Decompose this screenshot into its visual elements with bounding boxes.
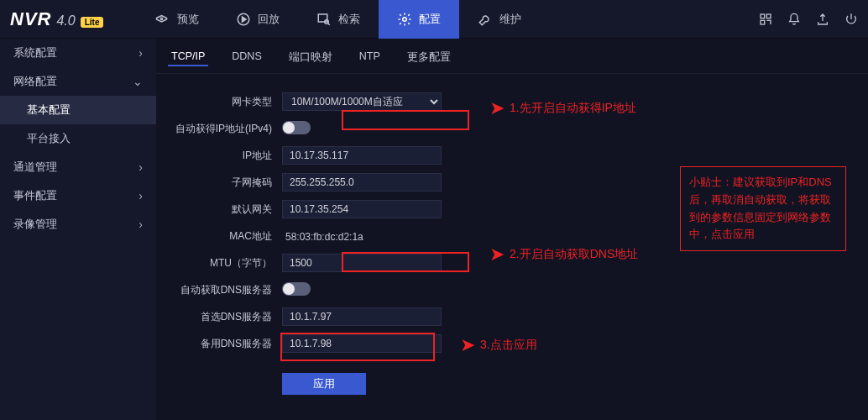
logo-badge: Lite [81, 17, 104, 28]
dns2-label: 备用DNS服务器 [165, 337, 282, 351]
annotation-step2: ➤ 2.开启自动获取DNS地址 [489, 244, 638, 265]
subtab-portmap[interactable]: 端口映射 [285, 49, 336, 66]
play-icon [236, 12, 251, 27]
sidebar-label: 网络配置 [13, 75, 57, 89]
mac-value: 58:03:fb:dc:d2:1a [282, 231, 363, 243]
subtab-ntp[interactable]: NTP [356, 49, 384, 66]
sidebar-sub-label: 基本配置 [27, 103, 71, 118]
ip-input[interactable] [282, 146, 442, 165]
chevron-right-icon: › [139, 189, 143, 202]
sidebar-sub-platform[interactable]: 平台接入 [0, 124, 156, 153]
dns2-input[interactable] [282, 334, 442, 353]
nav-label: 检索 [338, 12, 360, 27]
subtab-ddns[interactable]: DDNS [228, 49, 264, 66]
bell-icon[interactable] [787, 13, 801, 26]
nav-maintain[interactable]: 维护 [459, 0, 540, 39]
arrow-icon: ➤ [489, 97, 505, 119]
annotation-step1: ➤ 1.先开启自动获得IP地址 [489, 97, 636, 119]
ip-label: IP地址 [165, 149, 282, 163]
arrow-icon: ➤ [489, 244, 505, 265]
sidebar-item-system[interactable]: 系统配置 › [0, 39, 156, 67]
mask-label: 子网掩码 [165, 176, 282, 190]
nav-playback[interactable]: 回放 [217, 0, 298, 39]
nav-label: 回放 [258, 12, 280, 27]
svg-rect-6 [766, 14, 771, 18]
nav-label: 配置 [419, 12, 441, 27]
dhcp-dns-toggle[interactable] [282, 282, 311, 296]
nav-label: 预览 [177, 12, 199, 27]
sidebar-sub-basic[interactable]: 基本配置 [0, 96, 156, 124]
dhcp-ipv4-toggle[interactable] [282, 121, 311, 134]
logo-text: NVR [10, 8, 51, 30]
mtu-input[interactable] [282, 254, 442, 272]
dns1-input[interactable] [282, 307, 442, 326]
chevron-right-icon: › [139, 46, 143, 60]
camera-icon [155, 12, 170, 27]
sidebar-item-channel[interactable]: 通道管理 › [0, 153, 156, 181]
search-icon [316, 12, 332, 27]
chevron-right-icon: › [139, 160, 143, 174]
svg-point-0 [161, 18, 163, 19]
subtab-tcpip[interactable]: TCP/IP [168, 49, 208, 66]
nav-preview[interactable]: 预览 [137, 0, 217, 39]
sidebar-label: 事件配置 [13, 189, 57, 203]
sidebar: 系统配置 › 网络配置 ⌄ 基本配置 平台接入 通道管理 › 事件配置 › 录像… [0, 39, 156, 420]
top-nav: 预览 回放 检索 配置 维护 [137, 0, 540, 39]
qr-icon[interactable] [759, 13, 772, 26]
export-icon[interactable] [816, 13, 829, 26]
sidebar-item-event[interactable]: 事件配置 › [0, 181, 156, 210]
gateway-input[interactable] [282, 200, 442, 218]
nav-config[interactable]: 配置 [379, 0, 459, 39]
topbar: NVR 4.0 Lite 预览 回放 检索 配置 维护 [0, 0, 868, 39]
subtabs: TCP/IP DDNS 端口映射 NTP 更多配置 [156, 39, 868, 74]
svg-rect-5 [761, 14, 765, 18]
power-icon[interactable] [844, 13, 858, 26]
subtab-more[interactable]: 更多配置 [404, 49, 454, 66]
logo: NVR 4.0 Lite [10, 8, 103, 30]
nav-search[interactable]: 检索 [298, 0, 379, 39]
sidebar-item-network[interactable]: 网络配置 ⌄ [0, 67, 156, 96]
gear-icon [397, 12, 412, 27]
chevron-right-icon: › [139, 218, 143, 231]
mtu-label: MTU（字节） [165, 256, 282, 270]
sidebar-item-record[interactable]: 录像管理 › [0, 210, 156, 239]
dns1-label: 首选DNS服务器 [165, 310, 282, 324]
svg-point-4 [403, 17, 407, 21]
annotation-step3: ➤ 3.点击应用 [460, 334, 537, 356]
annotation-tip: 小贴士：建议获取到IP和DNS后，再取消自动获取，将获取到的参数信息固定到网络参… [680, 166, 846, 251]
top-icons [759, 13, 858, 26]
svg-rect-7 [761, 20, 765, 24]
sidebar-sub-label: 平台接入 [27, 132, 71, 146]
wrench-icon [478, 12, 493, 27]
mask-input[interactable] [282, 173, 442, 192]
chevron-down-icon: ⌄ [133, 75, 143, 88]
arrow-icon: ➤ [460, 334, 475, 356]
sidebar-label: 通道管理 [13, 160, 57, 175]
apply-button[interactable]: 应用 [282, 373, 366, 395]
nav-label: 维护 [499, 12, 521, 27]
dhcp-ipv4-label: 自动获得IP地址(IPv4) [165, 122, 282, 136]
network-form: 网卡类型 10M/100M/1000M自适应 自动获得IP地址(IPv4) IP… [156, 74, 626, 396]
nic-type-label: 网卡类型 [165, 95, 282, 109]
logo-version: 4.0 [56, 13, 75, 29]
sidebar-label: 系统配置 [13, 46, 57, 60]
nic-type-select[interactable]: 10M/100M/1000M自适应 [282, 92, 442, 111]
gateway-label: 默认网关 [165, 202, 282, 217]
dhcp-dns-label: 自动获取DNS服务器 [165, 283, 282, 297]
sidebar-label: 录像管理 [13, 218, 57, 232]
mac-label: MAC地址 [165, 229, 282, 244]
